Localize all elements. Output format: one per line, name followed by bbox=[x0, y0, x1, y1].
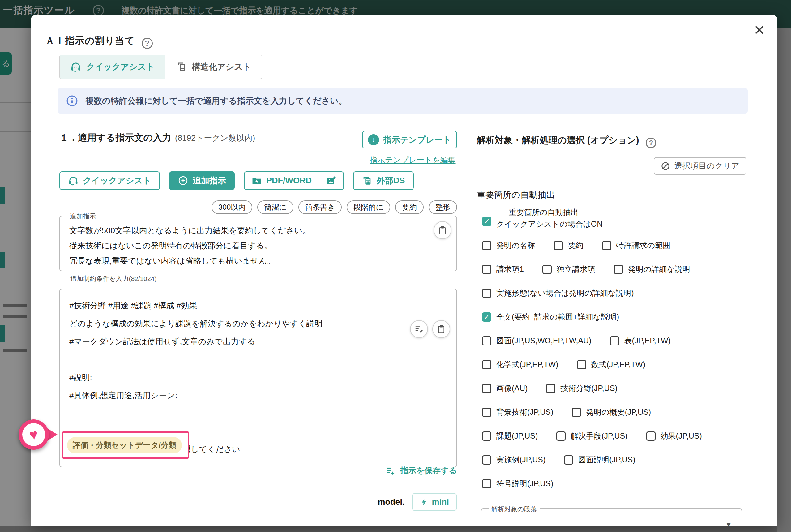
checkbox[interactable] bbox=[614, 265, 623, 274]
checkbox-row: 化学式(JP,EP,TW) 数式(JP,EP,TW) bbox=[482, 359, 702, 383]
checkbox[interactable] bbox=[482, 241, 491, 250]
checkbox[interactable] bbox=[482, 312, 491, 322]
checkbox-item[interactable]: 図面(JP,US,WO,EP,TW,AU) bbox=[482, 336, 591, 346]
instruction-template-button[interactable]: ↓ 指示テンプレート bbox=[362, 131, 457, 149]
checkbox-label: 請求項1 bbox=[496, 264, 524, 274]
additional-instruction-text[interactable]: 文字数が500文字以内となるように出力結果を要約してください。 従来技術にはない… bbox=[60, 216, 457, 275]
close-icon[interactable]: × bbox=[754, 21, 765, 39]
checkbox-item[interactable]: 要約 bbox=[554, 240, 583, 250]
copy-button[interactable] bbox=[433, 221, 451, 239]
checkbox[interactable] bbox=[482, 360, 491, 369]
checkbox-item[interactable]: 請求項1 bbox=[482, 264, 524, 274]
checkbox-item[interactable]: 発明の名称 bbox=[482, 240, 535, 250]
chip-bullet[interactable]: 箇条書き bbox=[298, 201, 342, 214]
external-ds-button[interactable]: 外部DS bbox=[353, 171, 414, 190]
modal-title-text: ＡＩ指示の割り当て bbox=[45, 35, 135, 46]
help-icon[interactable]: ? bbox=[142, 38, 153, 49]
checkbox[interactable] bbox=[482, 289, 491, 298]
checkbox[interactable] bbox=[482, 217, 491, 226]
checkbox-item[interactable]: 化学式(JP,EP,TW) bbox=[482, 359, 558, 369]
chevron-down-icon[interactable]: ▼ bbox=[725, 520, 732, 526]
auto-extract-master-checkbox[interactable]: 重要箇所の自動抽出 クイックアシストの場合はON bbox=[482, 206, 602, 230]
classification-set-chip[interactable]: 評価・分類セットデータ/分類 bbox=[67, 437, 182, 453]
checkbox[interactable] bbox=[572, 408, 581, 417]
checkbox-item[interactable]: 課題(JP,US) bbox=[482, 431, 538, 441]
annotation-heart-inner: ♥ bbox=[22, 423, 45, 446]
checkbox[interactable] bbox=[482, 432, 491, 441]
pdf-word-button[interactable]: PDF/WORD bbox=[245, 172, 319, 189]
save-instruction-link[interactable]: 指示を保存する bbox=[385, 465, 457, 476]
playlist-edit-icon bbox=[414, 324, 424, 334]
additional-instruction-field[interactable]: 追加指示 文字数が500文字以内となるように出力結果を要約してください。 従来技… bbox=[59, 215, 457, 271]
additional-instruction-button[interactable]: 追加指示 bbox=[169, 171, 235, 190]
help-icon[interactable]: ? bbox=[646, 138, 656, 148]
checkbox-label: 図面(JP,US,WO,EP,TW,AU) bbox=[496, 336, 591, 346]
field-label: 追加指示 bbox=[67, 212, 98, 221]
checkbox[interactable] bbox=[542, 265, 552, 274]
checkbox[interactable] bbox=[564, 455, 573, 464]
checkbox-item[interactable]: 効果(JP,US) bbox=[646, 431, 702, 441]
checkbox-item[interactable]: 解決手段(JP,US) bbox=[556, 431, 628, 441]
clipboard-icon bbox=[438, 226, 447, 235]
target-paragraph-select[interactable]: 解析対象の段落 ▼ bbox=[481, 509, 742, 526]
checkbox-item[interactable]: 表(JP,EP,TW) bbox=[610, 336, 671, 346]
checkbox-item[interactable]: 特許請求の範囲 bbox=[602, 240, 671, 250]
checkbox-label: 表(JP,EP,TW) bbox=[624, 336, 671, 346]
checkbox[interactable] bbox=[482, 265, 491, 274]
section1-heading-note: (8192トークン数以内) bbox=[175, 133, 255, 142]
checkbox-item[interactable]: 図面説明(JP,US) bbox=[564, 455, 635, 465]
checkbox[interactable] bbox=[482, 479, 491, 488]
tab-label: 構造化アシスト bbox=[192, 61, 251, 72]
quick-assist-button[interactable]: クイックアシスト bbox=[59, 171, 160, 190]
copy-button[interactable] bbox=[432, 320, 450, 338]
checkbox-item[interactable]: 画像(AU) bbox=[482, 383, 527, 394]
checkbox[interactable] bbox=[546, 384, 555, 393]
model-label: model. bbox=[378, 497, 404, 507]
add-image-button[interactable] bbox=[319, 172, 343, 189]
model-row: model. mini bbox=[59, 493, 457, 511]
tab-structured-assist[interactable]: 構造化アシスト bbox=[166, 55, 262, 79]
checkbox-item[interactable]: 実施形態(ない場合は発明の詳細な説明) bbox=[482, 288, 634, 298]
checkbox-item[interactable]: 全文(要約+請求の範囲+詳細な説明) bbox=[482, 312, 619, 322]
edit-template-link[interactable]: 指示テンプレートを編集 bbox=[369, 155, 456, 165]
checkbox-item[interactable]: 数式(JP,EP,TW) bbox=[577, 359, 646, 369]
checkbox-item[interactable]: 技術分野(JP,US) bbox=[546, 383, 617, 394]
checkbox-item[interactable]: 独立請求項 bbox=[542, 264, 595, 274]
section1-heading-text: １．適用する指示文の入力 bbox=[59, 132, 171, 142]
tab-quick-assist[interactable]: クイックアシスト bbox=[59, 55, 166, 79]
checkbox[interactable] bbox=[482, 336, 491, 345]
block-icon bbox=[661, 162, 670, 171]
extract-target-checkbox-list: 発明の名称 要約 特許請求の範囲 請求項1 独立請求項 発明の詳細な説明 実施形… bbox=[482, 240, 702, 502]
calculator-icon bbox=[362, 175, 372, 186]
chip-concise[interactable]: 簡潔に bbox=[257, 201, 293, 214]
checkbox-row: 全文(要約+請求の範囲+詳細な説明) bbox=[482, 312, 702, 336]
checkbox-item[interactable]: 発明の詳細な説明 bbox=[614, 264, 690, 274]
checkbox-label: 効果(JP,US) bbox=[660, 431, 702, 441]
checkbox-row: 背景技術(JP,US) 発明の概要(JP,US) bbox=[482, 407, 702, 431]
checkbox-item[interactable]: 実施例(JP,US) bbox=[482, 455, 545, 465]
clear-selection-button[interactable]: 選択項目のクリア bbox=[654, 157, 747, 175]
chip-stepwise[interactable]: 段階的に bbox=[347, 201, 390, 214]
checkbox[interactable] bbox=[482, 455, 491, 464]
checkbox[interactable] bbox=[554, 241, 563, 250]
checkbox-item[interactable]: 背景技術(JP,US) bbox=[482, 407, 553, 417]
checkbox[interactable] bbox=[556, 432, 565, 441]
auto-extract-heading: 重要箇所の自動抽出 bbox=[477, 189, 555, 201]
checkbox[interactable] bbox=[646, 432, 656, 441]
cloud-download-icon: ↓ bbox=[368, 134, 379, 145]
clipboard-icon bbox=[437, 324, 446, 334]
save-row: 指示を保存する bbox=[59, 465, 457, 476]
chip-300-limit[interactable]: 300以内 bbox=[212, 201, 252, 214]
checkbox[interactable] bbox=[602, 241, 611, 250]
checkbox-item[interactable]: 符号説明(JP,US) bbox=[482, 478, 553, 489]
chip-format[interactable]: 整形 bbox=[429, 201, 457, 214]
checkbox[interactable] bbox=[610, 336, 619, 345]
checkbox[interactable] bbox=[482, 384, 491, 393]
chip-summary[interactable]: 要約 bbox=[395, 201, 424, 214]
analysis-target-title-note: (オプション) bbox=[587, 135, 639, 145]
checkbox-item[interactable]: 発明の概要(JP,US) bbox=[572, 407, 651, 417]
checkbox[interactable] bbox=[482, 408, 491, 417]
edit-list-button[interactable] bbox=[410, 320, 428, 338]
checkbox[interactable] bbox=[577, 360, 586, 369]
model-select-button[interactable]: mini bbox=[412, 493, 457, 511]
